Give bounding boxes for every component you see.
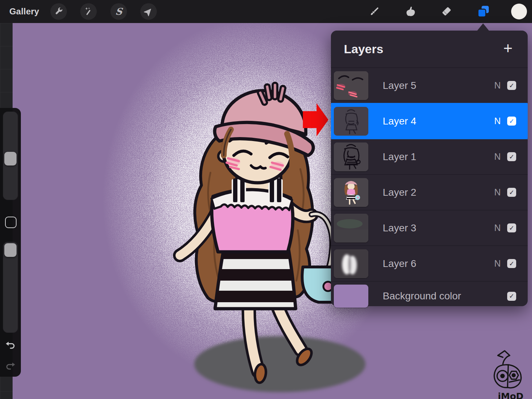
transform-button[interactable]: [140, 3, 157, 20]
gallery-button[interactable]: Gallery: [9, 0, 39, 23]
eraser-icon: [440, 5, 453, 18]
layer-thumbnail: [334, 249, 368, 278]
wrench-icon: [54, 7, 63, 16]
layer-thumbnail: [334, 178, 368, 207]
selection-s-icon: S: [115, 6, 123, 17]
blend-mode-button[interactable]: N: [491, 258, 504, 269]
magic-wand-icon: [84, 7, 93, 16]
visibility-checkbox[interactable]: [507, 188, 516, 197]
layer-thumbnail: [334, 285, 368, 308]
layer-thumbnail: [334, 214, 368, 242]
blend-mode-button[interactable]: N: [491, 116, 504, 126]
blend-mode-button[interactable]: N: [491, 187, 504, 198]
eraser-tool-button[interactable]: [438, 3, 455, 20]
layer-row-6[interactable]: Layer 6 N: [331, 245, 528, 281]
visibility-checkbox[interactable]: [507, 81, 516, 90]
blend-mode-button[interactable]: N: [491, 80, 504, 91]
layer-name[interactable]: Layer 1: [383, 151, 491, 163]
layer-name[interactable]: Layer 5: [383, 80, 491, 91]
layer-thumbnail: [334, 142, 368, 171]
layer-row-5[interactable]: Layer 5 N: [331, 67, 528, 103]
layer-thumbnail: [334, 71, 368, 100]
layers-panel-header: Layers +: [331, 31, 528, 67]
layer-row-3[interactable]: Layer 3 N: [331, 210, 528, 245]
layer-thumbnail: [334, 107, 368, 136]
visibility-checkbox[interactable]: [507, 259, 516, 268]
add-layer-button[interactable]: +: [500, 40, 516, 56]
smudge-icon: [404, 5, 416, 18]
adjustments-button[interactable]: [80, 3, 97, 20]
blend-mode-button[interactable]: N: [491, 151, 504, 162]
layer-row-4[interactable]: Layer 4 N: [331, 103, 528, 139]
layer-name[interactable]: Background color: [383, 290, 491, 302]
watermark-text: iMoD: [498, 391, 523, 399]
blend-mode-button[interactable]: N: [491, 223, 504, 233]
layer-row-background[interactable]: Background color: [331, 281, 528, 310]
layer-row-1[interactable]: Layer 1 N: [331, 139, 528, 174]
visibility-checkbox[interactable]: [507, 223, 516, 232]
visibility-checkbox[interactable]: [507, 292, 516, 301]
transform-arrow-icon: [144, 7, 153, 16]
visibility-checkbox[interactable]: [507, 117, 516, 126]
layers-icon: [476, 4, 490, 19]
smudge-tool-button[interactable]: [402, 3, 418, 20]
selection-button[interactable]: S: [110, 3, 127, 20]
actions-button[interactable]: [50, 3, 67, 20]
layer-name[interactable]: Layer 2: [383, 187, 491, 198]
top-toolbar: Gallery S: [0, 0, 532, 23]
visibility-checkbox[interactable]: [507, 152, 516, 161]
layer-row-2[interactable]: Layer 2 N: [331, 174, 528, 210]
brush-icon: [368, 5, 380, 18]
layer-name[interactable]: Layer 4: [383, 115, 491, 127]
layers-panel: Layers + Layer 5 N: [331, 31, 528, 306]
layers-tool-button[interactable]: [475, 3, 491, 20]
layers-panel-title: Layers: [344, 42, 383, 56]
active-color-swatch[interactable]: [511, 4, 527, 19]
layer-name[interactable]: Layer 3: [383, 222, 491, 234]
layer-name[interactable]: Layer 6: [383, 258, 491, 269]
brush-tool-button[interactable]: [366, 3, 382, 20]
